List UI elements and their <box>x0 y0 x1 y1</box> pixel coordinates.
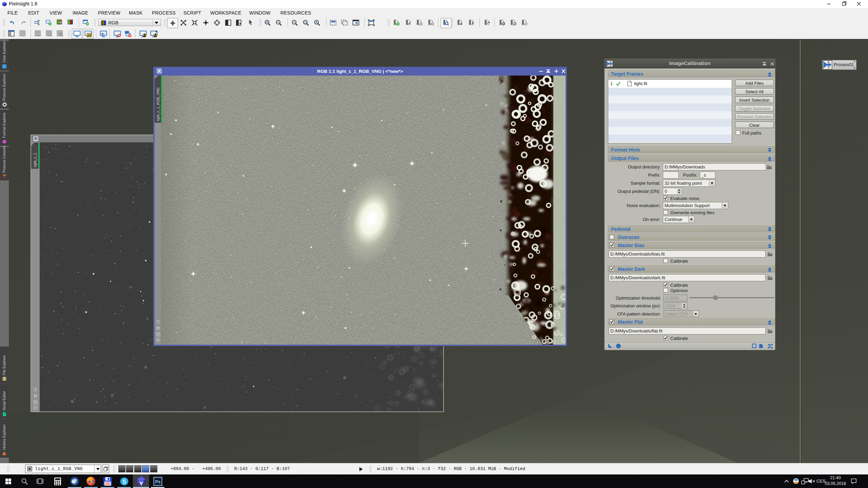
svg-text:Ps: Ps <box>155 479 161 484</box>
svg-text:S: S <box>122 479 126 485</box>
svg-text:24: 24 <box>87 34 91 37</box>
